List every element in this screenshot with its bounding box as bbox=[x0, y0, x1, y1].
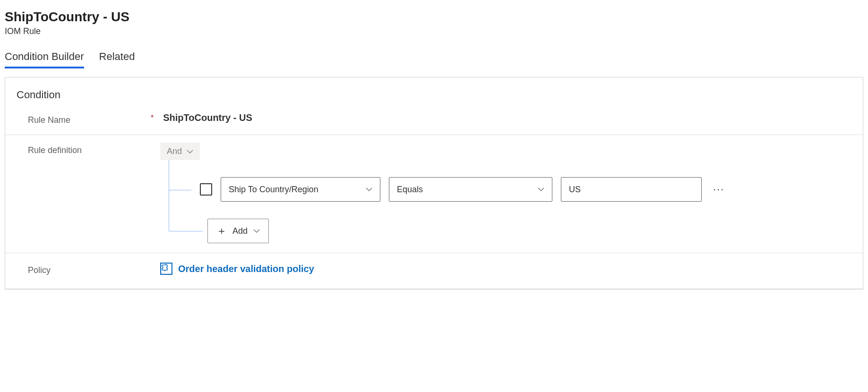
logical-operator-dropdown[interactable]: And bbox=[160, 143, 200, 160]
field-dropdown-value: Ship To Country/Region bbox=[229, 185, 318, 195]
condition-row: Ship To Country/Region Equals US ··· bbox=[169, 160, 851, 202]
chevron-down-icon bbox=[187, 150, 193, 153]
logical-operator-label: And bbox=[167, 146, 182, 156]
required-indicator: * bbox=[151, 114, 154, 122]
policy-label: Policy bbox=[28, 263, 160, 275]
policy-row: Policy Order header validation policy bbox=[5, 253, 863, 289]
value-input[interactable]: US bbox=[561, 177, 702, 202]
panel-heading: Condition bbox=[5, 89, 863, 111]
rule-name-label: Rule Name bbox=[28, 112, 160, 125]
operator-dropdown-value: Equals bbox=[397, 185, 423, 195]
tree-horizontal-line bbox=[169, 190, 191, 190]
page-title: ShipToCountry - US bbox=[5, 9, 863, 25]
tabs: Condition Builder Related bbox=[5, 51, 863, 68]
rule-definition-label: Rule definition bbox=[28, 143, 160, 155]
operator-dropdown[interactable]: Equals bbox=[389, 177, 552, 202]
add-condition-button[interactable]: ＋ Add bbox=[207, 219, 269, 243]
policy-link-text: Order header validation policy bbox=[178, 264, 314, 274]
chevron-down-icon bbox=[538, 187, 544, 191]
policy-link[interactable]: Order header validation policy bbox=[160, 263, 314, 275]
chevron-down-icon bbox=[253, 229, 260, 233]
condition-panel: Condition Rule Name * ShipToCountry - US… bbox=[5, 77, 863, 290]
puzzle-icon bbox=[160, 263, 172, 275]
tab-condition-builder[interactable]: Condition Builder bbox=[5, 51, 84, 68]
add-button-label: Add bbox=[232, 226, 248, 236]
rule-name-value[interactable]: ShipToCountry - US bbox=[163, 112, 252, 123]
plus-icon: ＋ bbox=[216, 224, 227, 238]
more-actions-button[interactable]: ··· bbox=[710, 183, 724, 196]
value-input-text: US bbox=[569, 185, 581, 195]
rule-name-row: Rule Name * ShipToCountry - US bbox=[5, 111, 863, 135]
condition-checkbox[interactable] bbox=[200, 183, 212, 196]
page-subtitle: IOM Rule bbox=[5, 26, 863, 36]
rule-definition-row: Rule definition And Ship To Country/Regi… bbox=[5, 135, 863, 253]
chevron-down-icon bbox=[366, 187, 372, 191]
field-dropdown[interactable]: Ship To Country/Region bbox=[221, 177, 380, 202]
tree-horizontal-line bbox=[169, 231, 203, 231]
tab-related[interactable]: Related bbox=[99, 51, 135, 68]
